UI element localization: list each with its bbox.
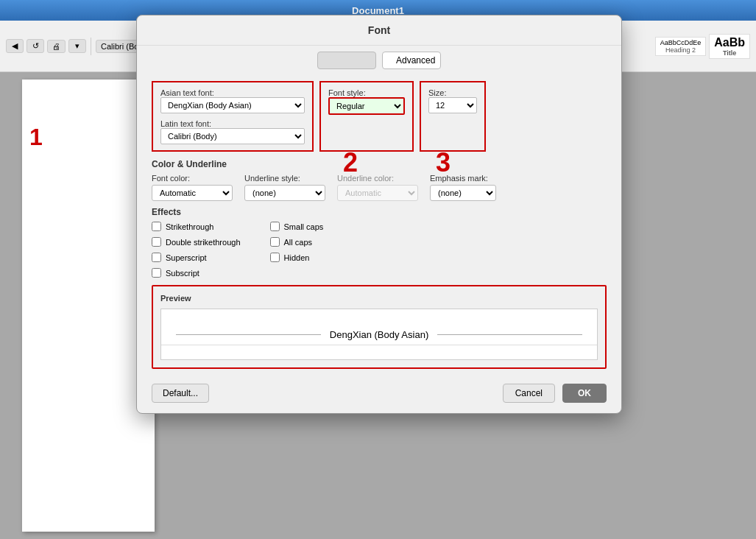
- annotation-2: 2: [343, 147, 358, 178]
- effects-heading: Effects: [152, 207, 607, 217]
- strikethrough-label: Strikethrough: [166, 222, 213, 231]
- subscript-checkbox[interactable]: [152, 268, 161, 278]
- small-caps-checkbox[interactable]: [270, 222, 280, 231]
- double-strikethrough-checkbox[interactable]: [152, 237, 161, 247]
- heading2-style[interactable]: AaBbCcDdEe Heading 2: [655, 37, 707, 56]
- hidden-checkbox[interactable]: [270, 253, 280, 262]
- font-style-select[interactable]: Regular Italic Bold Bold Italic: [328, 97, 405, 115]
- latin-font-select[interactable]: Calibri (Body): [160, 128, 305, 144]
- effects-section: Effects Strikethrough Double strikethrou…: [152, 207, 607, 278]
- refresh-btn[interactable]: ↺: [27, 39, 44, 53]
- tab-font[interactable]: [317, 52, 376, 69]
- superscript-checkbox[interactable]: [152, 253, 161, 262]
- preview-label: Preview: [160, 294, 598, 303]
- effects-col1: Strikethrough Double strikethrough Super…: [152, 222, 241, 278]
- effects-row: Strikethrough Double strikethrough Super…: [152, 222, 607, 278]
- font-color-select[interactable]: Automatic: [152, 185, 233, 201]
- double-strikethrough-label: Double strikethrough: [166, 238, 241, 247]
- font-size-select[interactable]: 12 891011 14161820 2428364872: [428, 97, 477, 113]
- all-caps-checkbox[interactable]: [270, 237, 280, 247]
- font-dialog: Font Advanced Asian text font: DengXian …: [136, 15, 622, 414]
- asian-font-label: Asian text font:: [160, 88, 305, 97]
- emphasis-mark-select[interactable]: (none): [430, 185, 496, 201]
- font-color-field: Font color: Automatic: [152, 174, 233, 201]
- back-btn[interactable]: ◀: [6, 39, 24, 53]
- font-style-box: Font style: Regular Italic Bold Bold Ita…: [319, 81, 414, 152]
- font-selection-box: Asian text font: DengXian (Body Asian) L…: [152, 81, 314, 152]
- dialog-title: Font: [137, 15, 621, 46]
- color-underline-section: Color & Underline Font color: Automatic …: [152, 159, 607, 201]
- underline-style-select[interactable]: (none): [244, 185, 325, 201]
- all-caps-item[interactable]: All caps: [270, 237, 324, 247]
- superscript-label: Superscript: [166, 253, 207, 262]
- preview-line-left: [176, 334, 321, 335]
- size-label: Size:: [428, 88, 477, 97]
- subscript-item[interactable]: Subscript: [152, 268, 241, 278]
- font-color-label: Font color:: [152, 174, 233, 183]
- preview-content: DengXian (Body Asian): [160, 309, 598, 360]
- latin-font-label: Latin text font:: [160, 119, 305, 128]
- preview-bottom-line: [161, 345, 597, 359]
- color-underline-heading: Color & Underline: [152, 159, 607, 169]
- color-underline-row: Font color: Automatic Underline style: (…: [152, 174, 607, 201]
- toolbar-extra[interactable]: ▾: [68, 39, 86, 53]
- font-size-box: Size: 12 891011 14161820 2428364872 3: [420, 81, 486, 152]
- font-fields-row: Asian text font: DengXian (Body Asian) L…: [152, 81, 607, 152]
- small-caps-item[interactable]: Small caps: [270, 222, 324, 231]
- default-button[interactable]: Default...: [152, 384, 209, 403]
- title-style[interactable]: AaBb Title: [709, 34, 750, 59]
- document-page: 1: [22, 80, 155, 532]
- underline-style-label: Underline style:: [244, 174, 325, 183]
- ok-button[interactable]: OK: [562, 384, 607, 403]
- dialog-footer: Default... Cancel OK: [137, 376, 621, 413]
- hidden-label: Hidden: [284, 253, 310, 262]
- sep1: [91, 38, 91, 55]
- superscript-item[interactable]: Superscript: [152, 253, 241, 262]
- small-caps-label: Small caps: [284, 222, 324, 231]
- preview-text: DengXian (Body Asian): [321, 329, 437, 340]
- preview-section: Preview DengXian (Body Asian): [152, 285, 607, 369]
- effects-col2: Small caps All caps Hidden: [270, 222, 324, 278]
- strikethrough-item[interactable]: Strikethrough: [152, 222, 241, 231]
- preview-line-right: [437, 334, 582, 335]
- hidden-item[interactable]: Hidden: [270, 253, 324, 262]
- annotation-3: 3: [436, 147, 451, 178]
- subscript-label: Subscript: [166, 269, 199, 278]
- font-style-label: Font style:: [328, 88, 405, 97]
- double-strikethrough-item[interactable]: Double strikethrough: [152, 237, 241, 247]
- asian-font-select[interactable]: DengXian (Body Asian): [160, 97, 305, 113]
- tab-advanced[interactable]: Advanced: [382, 52, 441, 69]
- underline-style-field: Underline style: (none): [244, 174, 325, 201]
- cancel-button[interactable]: Cancel: [503, 384, 555, 403]
- footer-right: Cancel OK: [503, 384, 607, 403]
- print-btn[interactable]: 🖨: [47, 40, 66, 53]
- dialog-body: Asian text font: DengXian (Body Asian) L…: [137, 75, 621, 376]
- underline-color-select[interactable]: Automatic: [337, 185, 418, 201]
- all-caps-label: All caps: [284, 238, 313, 247]
- tabs-row: Advanced: [137, 46, 621, 75]
- strikethrough-checkbox[interactable]: [152, 222, 161, 231]
- page-number-annotation: 1: [29, 124, 43, 151]
